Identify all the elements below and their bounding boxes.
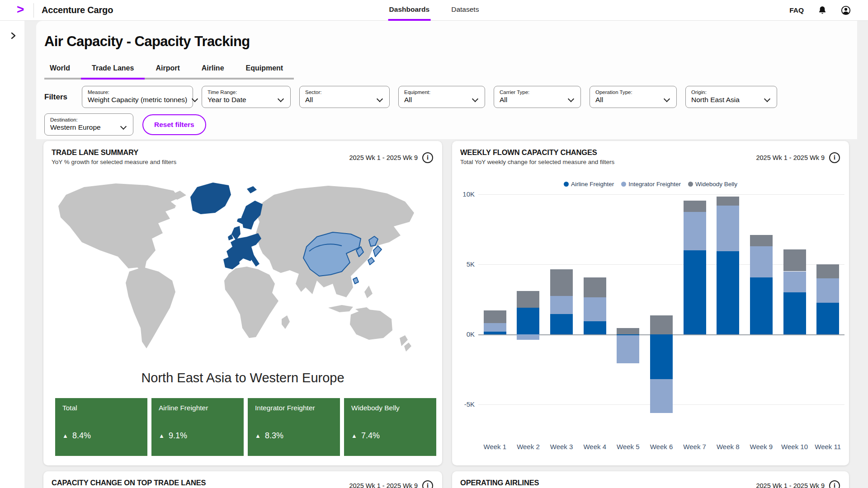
info-icon[interactable]: i [422, 152, 433, 163]
filter-label: Measure: [88, 89, 187, 95]
kpi-value: 8.4% [72, 431, 91, 441]
bar-segment-airline-freighter[interactable] [584, 321, 606, 334]
tab-airline[interactable]: Airline [191, 60, 235, 80]
reset-filters-button[interactable]: Reset filters [142, 114, 206, 135]
x-axis-label: Week 9 [745, 443, 778, 450]
account-icon[interactable] [841, 5, 851, 15]
logo-divider [33, 3, 34, 18]
bar-segment-airline-freighter[interactable] [717, 251, 739, 334]
legend-dot [688, 182, 693, 187]
filter-label: Carrier Type: [500, 89, 575, 95]
filter-label: Origin: [691, 89, 771, 95]
info-icon[interactable]: i [829, 480, 840, 488]
filter-label: Equipment: [404, 89, 479, 95]
trend-up-icon: ▲ [255, 432, 261, 439]
bar-segment-integrator-freighter[interactable] [517, 334, 539, 340]
bar-segment-integrator-freighter[interactable] [717, 206, 739, 251]
legend-dot [621, 182, 626, 187]
bar-segment-airline-freighter[interactable] [650, 334, 673, 379]
tab-equipment[interactable]: Equipment [235, 60, 294, 80]
filter-value: North East Asia [691, 96, 740, 104]
x-axis-label: Week 6 [645, 443, 678, 450]
chevron-down-icon [192, 95, 198, 102]
kpi-tile-integrator-freighter: Integrator Freighter▲8.3% [248, 398, 340, 456]
capacity-change-top-trade-lanes-card: CAPACITY CHANGE ON TOP TRADE LANES 2025 … [43, 471, 442, 488]
filters-row-2: Destination:Western EuropeReset filters [44, 113, 857, 136]
kpi-value: 7.4% [361, 431, 380, 441]
faq-link[interactable]: FAQ [789, 6, 804, 14]
trade-lane-caption: North East Asia to Western Europe [43, 371, 442, 385]
chart-legend: Airline FreighterIntegrator FreighterWid… [452, 181, 849, 188]
bar-segment-widebody-belly[interactable] [550, 269, 573, 296]
bar-segment-widebody-belly[interactable] [816, 264, 839, 278]
bar-segment-widebody-belly[interactable] [517, 291, 539, 308]
card-subtitle: Total YoY weekly change for selected mea… [460, 159, 614, 165]
app-title: Accenture Cargo [42, 5, 113, 15]
kpi-tile-airline-freighter: Airline Freighter▲9.1% [151, 398, 244, 456]
filter-value: Weight Capacity (metric tonnes) [88, 96, 187, 104]
bar-segment-integrator-freighter[interactable] [584, 297, 606, 321]
card-title: OPERATING AIRLINES [460, 479, 539, 488]
tab-airport[interactable]: Airport [145, 60, 190, 80]
kpi-tiles: Total▲8.4%Airline Freighter▲9.1%Integrat… [55, 398, 436, 456]
bar-segment-airline-freighter[interactable] [484, 332, 506, 334]
bar-segment-widebody-belly[interactable] [783, 249, 806, 271]
dashboard-header-panel: Air Capacity - Capacity Tracking WorldTr… [36, 21, 857, 139]
filter-dropdown-measure[interactable]: Measure:Weight Capacity (metric tonnes) [82, 86, 193, 108]
date-range: 2025 Wk 1 - 2025 Wk 9 [349, 154, 418, 161]
legend-item-airline-freighter[interactable]: Airline Freighter [564, 181, 614, 188]
x-axis-label: Week 2 [512, 443, 545, 450]
bar-segment-integrator-freighter[interactable] [484, 323, 506, 332]
map-madagascar [282, 315, 290, 329]
bar-segment-airline-freighter[interactable] [816, 303, 839, 334]
kpi-value: 8.3% [265, 431, 283, 441]
nav-datasets[interactable]: Datasets [450, 0, 480, 21]
bar-segment-widebody-belly[interactable] [684, 201, 706, 212]
bar-segment-integrator-freighter[interactable] [650, 379, 673, 413]
info-icon[interactable]: i [422, 480, 433, 488]
bar-segment-airline-freighter[interactable] [684, 250, 706, 334]
page-content: Air Capacity - Capacity Tracking WorldTr… [0, 21, 868, 488]
filter-dropdown-origin[interactable]: Origin:North East Asia [685, 86, 777, 108]
tab-trade-lanes[interactable]: Trade Lanes [81, 60, 145, 80]
filter-dropdown-sector[interactable]: Sector:All [299, 86, 390, 108]
filter-dropdown-equipment[interactable]: Equipment:All [398, 86, 485, 108]
bar-segment-integrator-freighter[interactable] [550, 296, 573, 314]
legend-item-widebody-belly[interactable]: Widebody Belly [688, 181, 737, 188]
bar-segment-integrator-freighter[interactable] [783, 272, 806, 293]
map-new-zealand [400, 335, 411, 352]
bar-segment-widebody-belly[interactable] [750, 235, 773, 246]
bar-segment-widebody-belly[interactable] [650, 315, 673, 334]
bar-segment-widebody-belly[interactable] [617, 328, 639, 334]
date-range: 2025 Wk 1 - 2025 Wk 9 [756, 154, 825, 161]
info-icon[interactable]: i [829, 152, 840, 163]
bar-segment-integrator-freighter[interactable] [617, 335, 639, 363]
chevron-down-icon [278, 95, 284, 102]
chevron-down-icon [120, 123, 127, 129]
expand-sidebar-chevron-icon[interactable] [9, 32, 17, 40]
nav-dashboards[interactable]: Dashboards [388, 0, 431, 21]
chevron-down-icon [377, 95, 383, 102]
notifications-bell-icon[interactable] [817, 5, 827, 15]
tab-world[interactable]: World [44, 60, 81, 80]
filter-dropdown-operation-type[interactable]: Operation Type:All [590, 86, 677, 108]
bar-segment-integrator-freighter[interactable] [684, 212, 706, 250]
bar-segment-airline-freighter[interactable] [517, 308, 539, 334]
bar-segment-airline-freighter[interactable] [550, 314, 573, 334]
bar-segment-widebody-belly[interactable] [484, 310, 506, 323]
filter-dropdown-destination[interactable]: Destination:Western Europe [44, 113, 133, 136]
page-title: Air Capacity - Capacity Tracking [44, 33, 857, 50]
filter-dropdown-carrier-type[interactable]: Carrier Type:All [494, 86, 581, 108]
map-africa [224, 267, 278, 338]
bar-segment-airline-freighter[interactable] [750, 277, 773, 334]
bar-segment-airline-freighter[interactable] [783, 292, 806, 334]
kpi-label: Total [62, 404, 140, 412]
filter-dropdown-time-range[interactable]: Time Range:Year to Date [202, 86, 291, 108]
bar-segment-widebody-belly[interactable] [584, 277, 606, 297]
bar-segment-integrator-freighter[interactable] [816, 278, 839, 303]
legend-item-integrator-freighter[interactable]: Integrator Freighter [621, 181, 681, 188]
card-title: TRADE LANE SUMMARY [52, 148, 176, 157]
stacked-bar-chart: 10K5K0K-5KWeek 1Week 2Week 3Week 4Week 5… [478, 192, 844, 456]
bar-segment-integrator-freighter[interactable] [750, 246, 773, 278]
bar-segment-widebody-belly[interactable] [717, 197, 739, 206]
